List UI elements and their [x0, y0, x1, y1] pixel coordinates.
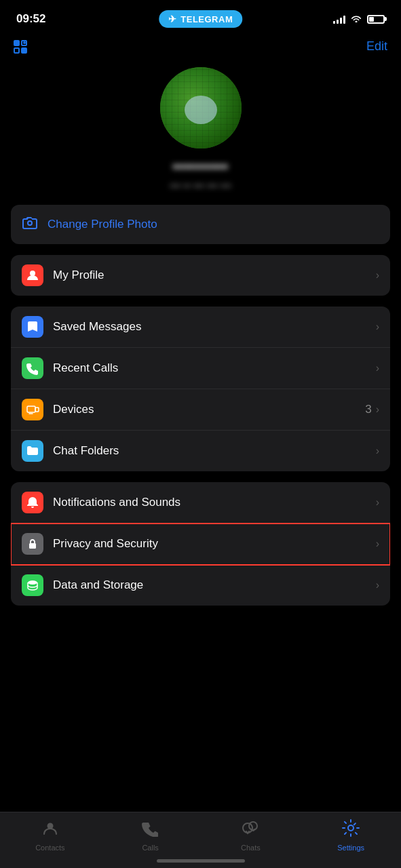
telegram-label: TELEGRAM [180, 14, 233, 24]
menu-item-notifications[interactable]: Notifications and Sounds › [11, 482, 390, 524]
qr-code-icon[interactable] [14, 40, 27, 54]
status-right [333, 14, 385, 24]
svg-rect-1 [27, 406, 35, 412]
profile-phone: ••• •• ••• ••• ••• [170, 180, 231, 191]
nav-settings[interactable]: Settings [327, 819, 375, 852]
notifications-chevron: › [376, 496, 379, 509]
status-bar: 09:52 ✈ TELEGRAM [0, 0, 401, 34]
devices-icon [22, 399, 43, 420]
menu-item-chat-folders[interactable]: Chat Folders › [11, 431, 390, 471]
chat-folders-icon [22, 440, 43, 462]
nav-contacts[interactable]: Contacts [26, 819, 74, 852]
chat-folders-chevron: › [376, 445, 379, 457]
chats-nav-label: Chats [241, 844, 261, 852]
signal-bars-icon [333, 14, 345, 24]
devices-chevron: › [376, 403, 379, 416]
status-time: 09:52 [16, 12, 45, 26]
privacy-chevron: › [376, 538, 379, 550]
saved-messages-icon [22, 316, 43, 338]
settings-icon [342, 819, 360, 841]
contacts-icon [41, 819, 59, 841]
status-center: ✈ TELEGRAM [159, 10, 242, 28]
notifications-icon [22, 492, 43, 513]
privacy-label: Privacy and Security [53, 537, 376, 551]
my-profile-icon [22, 264, 43, 286]
home-indicator [157, 859, 245, 863]
chat-folders-label: Chat Folders [53, 444, 376, 458]
avatar [160, 67, 242, 149]
saved-messages-chevron: › [376, 321, 379, 333]
menu-item-saved-messages[interactable]: Saved Messages › [11, 307, 390, 348]
menu-group-1: My Profile › [11, 255, 390, 296]
camera-icon [22, 214, 38, 235]
svg-point-7 [243, 823, 252, 833]
change-photo-row[interactable]: Change Profile Photo [11, 205, 390, 244]
saved-messages-label: Saved Messages [53, 320, 376, 334]
svg-point-0 [30, 271, 35, 276]
data-storage-label: Data and Storage [53, 578, 376, 592]
menu-item-my-profile[interactable]: My Profile › [11, 255, 390, 296]
my-profile-label: My Profile [53, 269, 376, 282]
header: Edit [0, 34, 401, 60]
recent-calls-label: Recent Calls [53, 361, 376, 375]
svg-point-8 [249, 822, 257, 830]
devices-label: Devices [53, 403, 365, 416]
contacts-nav-label: Contacts [35, 844, 64, 852]
menu-item-devices[interactable]: Devices 3 › [11, 389, 390, 431]
recent-calls-icon [22, 357, 43, 379]
data-storage-chevron: › [376, 579, 379, 591]
menu-item-data-storage[interactable]: Data and Storage › [11, 565, 390, 606]
svg-point-5 [28, 580, 37, 585]
settings-nav-label: Settings [337, 844, 364, 852]
svg-rect-2 [35, 408, 39, 412]
telegram-pill: ✈ TELEGRAM [159, 10, 242, 28]
menu-item-recent-calls[interactable]: Recent Calls › [11, 348, 390, 389]
chats-icon [242, 819, 259, 841]
recent-calls-chevron: › [376, 362, 379, 374]
calls-icon [142, 819, 159, 841]
nav-calls[interactable]: Calls [127, 819, 174, 852]
telegram-plane-icon: ✈ [168, 14, 177, 24]
data-storage-icon [22, 574, 43, 596]
profile-section: •••••••••• ••• •• ••• ••• ••• [0, 60, 401, 205]
menu-group-2: Saved Messages › Recent Calls › Devices … [11, 307, 390, 471]
my-profile-chevron: › [376, 269, 379, 281]
notifications-label: Notifications and Sounds [53, 496, 376, 509]
svg-rect-4 [29, 543, 36, 549]
privacy-icon [22, 533, 43, 555]
change-photo-label: Change Profile Photo [47, 218, 157, 231]
profile-name: •••••••••• [172, 158, 228, 176]
edit-button[interactable]: Edit [366, 39, 387, 54]
change-photo-item[interactable]: Change Profile Photo [11, 205, 390, 244]
nav-chats[interactable]: Chats [227, 819, 274, 852]
battery-icon [367, 15, 385, 24]
calls-nav-label: Calls [142, 844, 158, 852]
devices-badge: 3 [365, 403, 371, 416]
menu-group-3: Notifications and Sounds › Privacy and S… [11, 482, 390, 606]
svg-point-9 [348, 825, 354, 831]
menu-item-privacy[interactable]: Privacy and Security › [11, 524, 390, 565]
wifi-icon [351, 14, 362, 24]
